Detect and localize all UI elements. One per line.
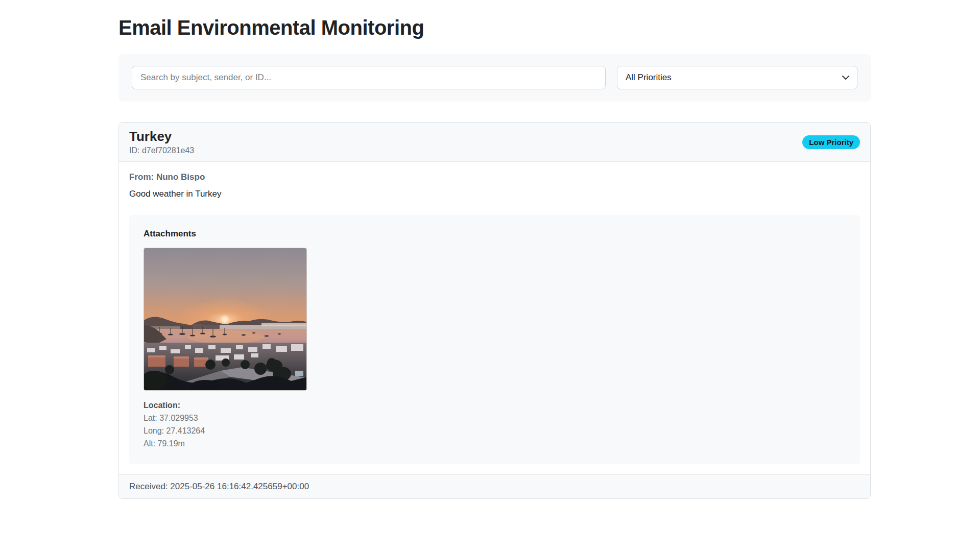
priority-filter-value: All Priorities [626, 73, 672, 83]
email-card-footer: Received: 2025-05-26 16:16:42.425659+00:… [119, 474, 870, 498]
attachments-section: Attachments [129, 215, 860, 464]
search-input[interactable] [132, 66, 606, 89]
location-lat: Lat: 37.029953 [144, 412, 846, 424]
chevron-down-icon [842, 74, 850, 82]
attachment-image-sunset-over-bay [144, 248, 307, 391]
location-label: Location: [144, 399, 846, 412]
sunset-photo-graphic [144, 248, 307, 391]
priority-badge: Low Priority [802, 135, 860, 149]
location-alt: Alt: 79.19m [144, 437, 846, 450]
email-card-header: Turkey ID: d7ef70281e43 Low Priority [119, 123, 870, 162]
attachment-location: Location: Lat: 37.029953 Long: 27.413264… [144, 399, 846, 450]
priority-filter-select[interactable]: All Priorities [617, 66, 857, 89]
received-timestamp: Received: 2025-05-26 16:16:42.425659+00:… [129, 482, 309, 491]
email-body-text: Good weather in Turkey [129, 189, 860, 199]
email-from: From: Nuno Bispo [129, 172, 860, 182]
attachments-title: Attachments [144, 229, 846, 239]
email-card: Turkey ID: d7ef70281e43 Low Priority Fro… [118, 122, 871, 499]
email-id: ID: d7ef70281e43 [129, 146, 194, 155]
filter-panel: All Priorities [118, 54, 871, 102]
location-long: Long: 27.413264 [144, 424, 846, 437]
email-card-heading-group: Turkey ID: d7ef70281e43 [129, 129, 194, 155]
email-card-body: From: Nuno Bispo Good weather in Turkey … [119, 162, 870, 474]
page-container: Email Environmental Monitoring All Prior… [118, 0, 871, 499]
page-title: Email Environmental Monitoring [118, 0, 871, 40]
email-subject: Turkey [129, 129, 194, 145]
